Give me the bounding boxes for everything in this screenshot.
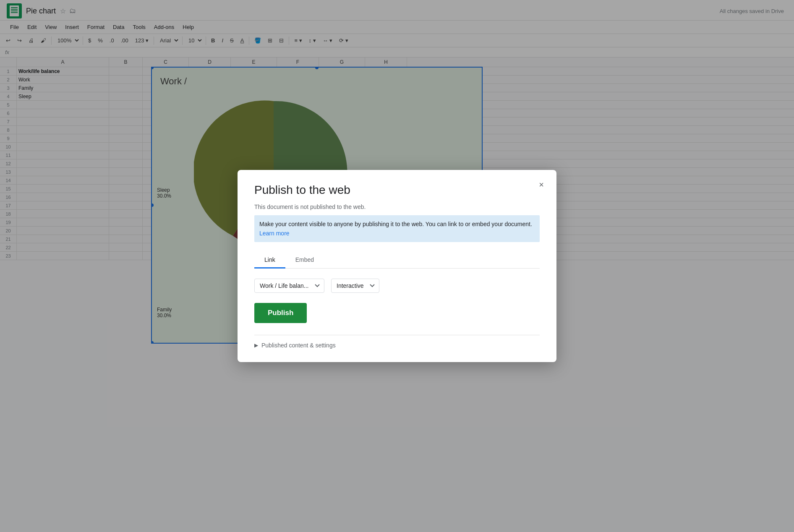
close-button[interactable]: × xyxy=(535,178,548,192)
dialog-description: Make your content visible to anyone by p… xyxy=(254,215,540,243)
published-settings-toggle[interactable]: ▶ Published content & settings xyxy=(254,342,540,349)
dialog-tabs: Link Embed xyxy=(254,252,540,269)
publish-dialog: Publish to the web × This document is no… xyxy=(238,170,556,362)
dialog-subtitle: This document is not published to the we… xyxy=(254,203,540,210)
chevron-right-icon: ▶ xyxy=(254,342,258,348)
learn-more-link[interactable]: Learn more xyxy=(259,230,290,237)
modal-overlay: Publish to the web × This document is no… xyxy=(0,0,794,532)
format-dropdown[interactable]: Interactive Image xyxy=(331,279,379,293)
published-settings-label: Published content & settings xyxy=(261,342,336,349)
dialog-divider xyxy=(254,335,540,335)
tab-link[interactable]: Link xyxy=(254,252,285,269)
content-dropdown[interactable]: Work / Life balan... Entire Document xyxy=(254,279,324,293)
dialog-selects: Work / Life balan... Entire Document Int… xyxy=(254,279,540,293)
dialog-description-text: Make your content visible to anyone by p… xyxy=(259,221,532,227)
publish-button[interactable]: Publish xyxy=(254,303,307,323)
dialog-title: Publish to the web xyxy=(254,183,540,197)
tab-embed[interactable]: Embed xyxy=(285,252,324,269)
